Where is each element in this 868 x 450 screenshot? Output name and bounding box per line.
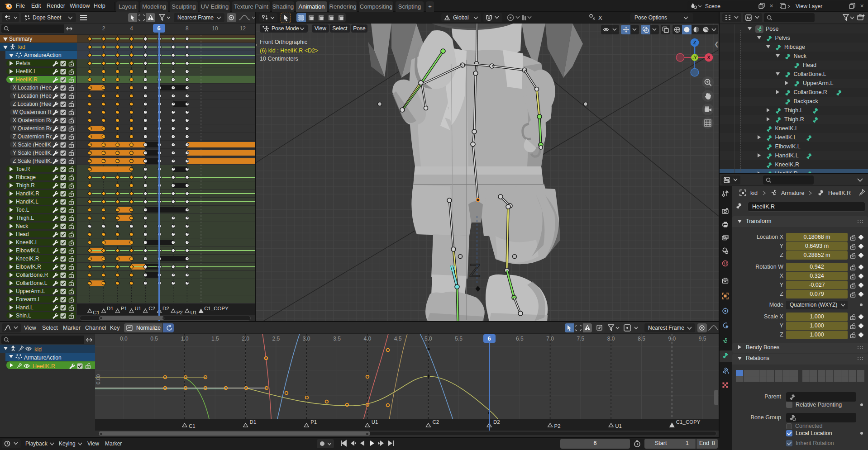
svg-text:P1: P1	[121, 306, 127, 311]
svg-text:D1: D1	[250, 419, 257, 425]
svg-text:D2: D2	[493, 419, 500, 425]
svg-text:U1: U1	[190, 310, 197, 315]
svg-text:❮: ❮	[714, 41, 719, 48]
svg-text:Z: Z	[693, 40, 696, 45]
svg-text:D2: D2	[162, 306, 169, 311]
svg-text:C2: C2	[148, 306, 155, 311]
svg-text:P1: P1	[310, 419, 317, 425]
svg-text:C1: C1	[189, 423, 196, 429]
svg-text:U1: U1	[372, 419, 378, 425]
svg-text:P2: P2	[554, 423, 561, 429]
svg-text:U1: U1	[135, 306, 142, 311]
svg-text:C1_COPY: C1_COPY	[204, 306, 229, 311]
svg-text:U1: U1	[615, 423, 622, 429]
svg-text:C1: C1	[93, 310, 100, 315]
svg-text:P2: P2	[176, 310, 183, 315]
svg-text:C2: C2	[432, 419, 439, 425]
svg-text:-Y: -Y	[692, 55, 697, 60]
svg-text:X: X	[707, 55, 711, 60]
svg-text:Z: Z	[469, 261, 480, 280]
svg-text:C1_COPY: C1_COPY	[676, 419, 701, 425]
svg-text:D1: D1	[107, 306, 114, 311]
svg-text:X: X	[598, 14, 602, 21]
